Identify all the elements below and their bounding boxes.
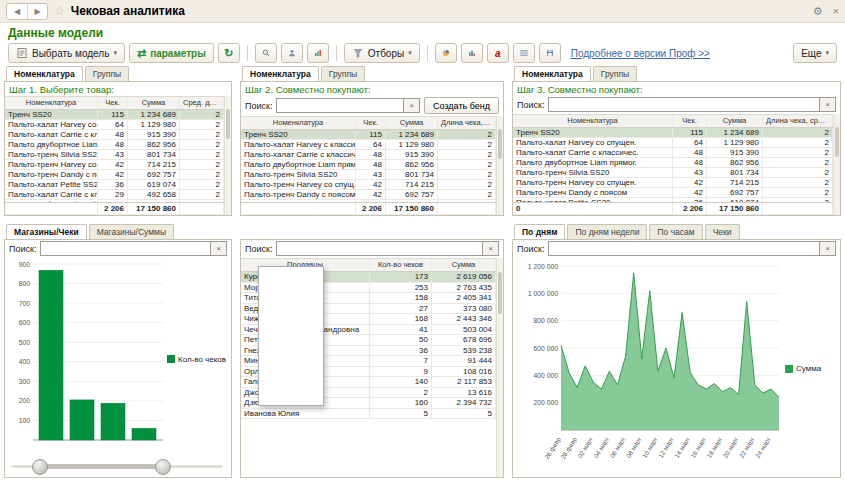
column-header[interactable]: Кол-во чеков — [370, 259, 432, 271]
filters-button[interactable]: Отборы ▾ — [344, 43, 420, 63]
table-row[interactable]: Иванова Юлия55 — [241, 409, 496, 420]
column-header[interactable]: Номенклатура — [5, 97, 98, 109]
table-row[interactable]: Пальто-тренч Dandy с поясом42692 7572 — [5, 170, 224, 180]
column-header[interactable]: Сред. длина чек. — [180, 97, 224, 109]
more-button[interactable]: Еще ▾ — [793, 43, 837, 63]
column-header[interactable]: Сумма — [386, 117, 438, 129]
close-icon[interactable]: × — [833, 5, 839, 18]
clear-search-icon[interactable]: × — [819, 241, 836, 256]
table-row[interactable]: Пальто-халат Harvey со спущенным плечом6… — [5, 120, 224, 130]
slider-knob-left[interactable] — [32, 459, 48, 475]
column-header[interactable]: Чек. — [356, 117, 386, 129]
table-row[interactable]: Пальто-тренч Harvey со спущенным плечом4… — [5, 160, 224, 170]
table-row[interactable]: Пальто-тренч Harvey со спущ.42714 2152 — [241, 180, 496, 190]
table-cell: Тренч SS20 — [241, 130, 356, 139]
table-cell: 42 — [98, 170, 128, 179]
table-row[interactable]: Пальто-халат Carrie с классичес.48915 39… — [513, 148, 833, 158]
table-row[interactable]: Пальто-тренч Silvia SS2043801 7342 — [241, 170, 496, 180]
search-input[interactable] — [548, 241, 819, 256]
tab-Группы[interactable]: Группы — [593, 66, 637, 81]
popup-window[interactable] — [258, 266, 324, 406]
search-input[interactable] — [276, 98, 403, 113]
table-row[interactable]: Пальто-халат Harvey с классич.641 129 98… — [241, 140, 496, 150]
tab-Группы[interactable]: Группы — [321, 66, 365, 81]
step3-caption: Шаг 3. Совместно покупают: — [513, 82, 840, 96]
table-row[interactable]: Пальто-халат Petite SS2036619 0742 — [5, 180, 224, 190]
column-header[interactable]: Сумма — [432, 259, 496, 271]
search-input[interactable] — [548, 97, 819, 112]
workspace: НоменклатураГруппы Шаг 1. Выберите товар… — [4, 64, 841, 478]
tab-По дням[interactable]: По дням — [514, 224, 565, 239]
font-button[interactable]: a — [487, 43, 509, 63]
grid-button[interactable] — [513, 43, 535, 63]
forward-button[interactable]: ▶ — [27, 4, 47, 19]
table-row[interactable]: Пальто-халат Carrie с классическимворот.… — [5, 130, 224, 140]
tab-Номенклатура[interactable]: Номенклатура — [242, 66, 319, 81]
column-header[interactable]: Длина чека, среднее — [438, 117, 496, 129]
table-totals-row[interactable]: 02 20617 150 860 — [513, 202, 833, 215]
column-header[interactable]: Номенклатура — [513, 115, 673, 127]
clear-search-icon[interactable]: × — [482, 241, 499, 256]
tab-Номенклатура[interactable]: Номенклатура — [514, 66, 591, 81]
table-cell: 2 — [438, 140, 496, 149]
table-totals-row[interactable]: 2 20617 150 860 — [241, 202, 496, 215]
tab-Магазины/Чеки[interactable]: Магазины/Чеки — [6, 224, 87, 239]
tab-По дням недели[interactable]: По дням недели — [567, 224, 647, 239]
user-button[interactable] — [281, 43, 303, 63]
table-cell: Пальто-халат Petite SS20 — [5, 180, 98, 189]
slider-knob-right[interactable] — [155, 459, 171, 475]
column-header[interactable]: Сумма — [707, 115, 763, 127]
search-input[interactable] — [40, 241, 210, 256]
search-input[interactable] — [276, 241, 482, 256]
select-model-label: Выбрать модель — [32, 48, 109, 59]
version-link[interactable]: Подробнее о версии Проф >> — [571, 48, 710, 59]
search-button[interactable] — [255, 43, 277, 63]
clear-search-icon[interactable]: × — [403, 98, 420, 113]
pie-chart-button[interactable] — [435, 43, 457, 63]
scrollbar[interactable] — [224, 96, 231, 215]
table-row[interactable]: Пальто двубортное Liam прямог.48862 9562 — [513, 158, 833, 168]
table-row[interactable]: Пальто-тренч Silvia SS2043801 7342 — [513, 168, 833, 178]
column-header[interactable]: Сумма — [128, 97, 180, 109]
table-row[interactable]: Пальто-халат Harvey со спущен.641 129 98… — [513, 138, 833, 148]
table-row[interactable]: Тренч SS201151 234 6892 — [241, 130, 496, 140]
scrollbar[interactable] — [833, 114, 840, 215]
table-cell: 2 206 — [98, 203, 128, 214]
column-header[interactable]: Номенклатура — [241, 117, 356, 129]
clear-search-icon[interactable]: × — [819, 97, 836, 112]
gear-icon[interactable]: ⚙ — [813, 5, 823, 18]
table-row[interactable]: Тренч SS201151 234 6892 — [513, 128, 833, 138]
bar-chart-button[interactable] — [461, 43, 483, 63]
column-header[interactable]: Длина чека, среднее — [763, 115, 833, 127]
sort-button[interactable] — [307, 43, 329, 63]
refresh-button[interactable]: ↻ — [218, 43, 240, 63]
table-row[interactable]: Пальто-тренч Silvia SS2043801 7342 — [5, 150, 224, 160]
table-row[interactable]: Пальто-халат Carrie с классическим ворот… — [5, 190, 224, 200]
select-model-button[interactable]: Выбрать модель ▾ — [8, 43, 125, 63]
parameters-button[interactable]: ⇄ параметры — [129, 43, 214, 63]
tab-Номенклатура[interactable]: Номенклатура — [6, 66, 83, 81]
table-row[interactable]: Пальто-тренч Dandy с поясом42692 7572 — [513, 188, 833, 198]
tab-По часам[interactable]: По часам — [649, 224, 702, 239]
zoom-slider[interactable] — [11, 458, 223, 474]
save-button[interactable] — [539, 43, 561, 63]
table-row[interactable]: Пальто двубортное Liam прямого кроя48862… — [5, 140, 224, 150]
table-row[interactable]: Пальто-халат Carrie с классич.48915 3902 — [241, 150, 496, 160]
tab-Группы[interactable]: Группы — [85, 66, 129, 81]
column-header[interactable]: Чек. — [98, 97, 128, 109]
column-header[interactable]: Чек. — [673, 115, 707, 127]
tab-Магазины/Суммы[interactable]: Магазины/Суммы — [89, 224, 174, 239]
table-totals-row[interactable]: 2 20617 150 860 — [5, 202, 224, 215]
table-row[interactable]: Тренч SS201151 234 6892 — [5, 110, 224, 120]
table-row[interactable]: Пальто-тренч Dandy с поясом42692 7572 — [241, 190, 496, 200]
tab-Чеки[interactable]: Чеки — [705, 224, 740, 239]
scrollbar[interactable] — [496, 258, 503, 477]
table-row[interactable]: Пальто-тренч Harvey со спущен.42714 2152 — [513, 178, 833, 188]
create-band-button[interactable]: Создать бенд — [424, 97, 499, 114]
table-row[interactable]: Пальто двубортное Liam прям.48862 9562 — [241, 160, 496, 170]
clear-search-icon[interactable]: × — [210, 241, 227, 256]
favorite-icon[interactable]: ☆ — [54, 4, 65, 18]
back-button[interactable]: ◀ — [7, 4, 27, 19]
scrollbar[interactable] — [496, 116, 503, 215]
table-cell: 1 234 689 — [386, 130, 438, 139]
